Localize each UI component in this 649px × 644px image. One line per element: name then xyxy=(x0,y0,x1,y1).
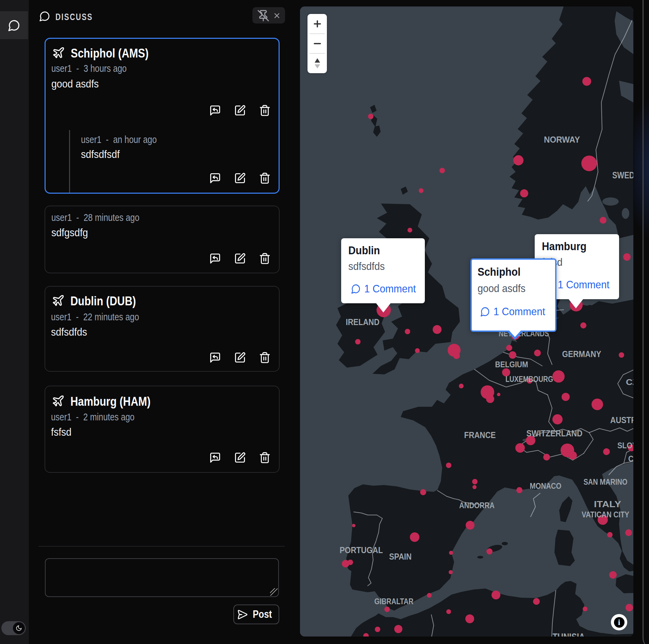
svg-text:AUSTRIA: AUSTRIA xyxy=(610,415,633,425)
svg-text:BELGIUM: BELGIUM xyxy=(495,360,528,369)
svg-text:SPAIN: SPAIN xyxy=(389,551,412,562)
svg-text:CROATIA: CROATIA xyxy=(628,454,633,463)
svg-text:TUNISIA: TUNISIA xyxy=(553,631,585,637)
svg-text:IRELAND: IRELAND xyxy=(346,317,380,327)
svg-text:ANDORRA: ANDORRA xyxy=(459,501,495,510)
svg-text:GERMANY: GERMANY xyxy=(562,349,601,359)
svg-text:GIBRALTAR: GIBRALTAR xyxy=(375,597,414,606)
svg-text:CZECHIA: CZECHIA xyxy=(626,377,633,387)
svg-text:SWEDEN: SWEDEN xyxy=(612,170,633,180)
svg-text:PORTUGAL: PORTUGAL xyxy=(340,545,383,555)
svg-text:ITALY: ITALY xyxy=(594,499,621,509)
svg-text:SWITZERLAND: SWITZERLAND xyxy=(527,429,583,438)
svg-text:NORWAY: NORWAY xyxy=(544,134,580,145)
svg-text:LUXEMBOURG: LUXEMBOURG xyxy=(505,374,553,384)
svg-text:SAN MARINO: SAN MARINO xyxy=(584,478,628,486)
svg-text:FRANCE: FRANCE xyxy=(464,430,496,440)
svg-text:MONACO: MONACO xyxy=(530,482,562,490)
svg-text:SLOVENIA: SLOVENIA xyxy=(617,441,633,450)
svg-text:VATICAN CITY: VATICAN CITY xyxy=(582,510,629,519)
